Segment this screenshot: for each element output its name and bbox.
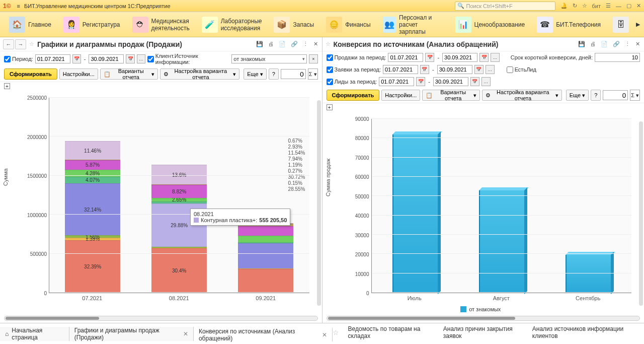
sales-date-to[interactable] [442,53,477,62]
calendar-icon[interactable]: 📅 [416,77,425,86]
req-date-from[interactable] [383,65,418,74]
history-icon[interactable]: ↻ [573,3,577,9]
requests-period-checkbox[interactable]: Заявки за период: [327,66,381,73]
generate-button[interactable]: Сформировать [4,68,57,80]
link-icon[interactable]: 🔗 [290,40,299,48]
nav-home[interactable]: 🏠Главное [4,15,56,35]
horizontal-scrollbar[interactable] [4,316,318,321]
help-button[interactable]: ? [269,68,279,80]
sum-input[interactable] [603,90,628,100]
period-checkbox[interactable]: Период: [4,56,33,62]
main-toolbar: 🏠Главное 👩‍⚕️Регистратура ⛑Медицинская д… [0,12,644,37]
bottom-link[interactable]: Анализ причин закрытия заявок [443,325,523,339]
shortconv-input[interactable] [595,53,640,62]
date-from-input[interactable] [35,54,70,63]
bottom-link[interactable]: Ведомость по товарам на складах [348,325,434,339]
toolbar-scroll-right-icon[interactable]: ▶ [636,21,640,28]
nav-personnel[interactable]: 👥Персонал и расчет зарплаты [378,12,448,37]
close-icon[interactable]: ✕ [636,3,641,9]
favorite-star-icon[interactable]: ☆ [326,41,331,47]
settings-button[interactable]: Настройки... [59,68,98,80]
period-picker-button[interactable]: … [481,77,491,86]
nav-back-button[interactable]: ← [3,39,14,49]
tab-conversion[interactable]: Конверсия по источникам (Анализ обращени… [194,327,333,341]
print-icon[interactable]: 🖨 [589,40,597,48]
report-variants-button[interactable]: 📋 Варианты отчета ▾ [100,68,158,80]
nav-stock[interactable]: 📦Запасы [269,15,319,35]
settings-button[interactable]: Настройки... [381,90,420,101]
period-picker-button[interactable]: … [486,65,495,74]
link-icon[interactable]: 🔗 [612,40,621,48]
nav-registration[interactable]: 👩‍⚕️Регистратура [58,15,125,35]
generate-button[interactable]: Сформировать [327,90,380,101]
calendar-icon[interactable]: 📅 [420,65,429,74]
calendar-icon[interactable]: 📅 [474,65,484,74]
client-source-clear-button[interactable]: × [309,54,317,63]
sum-input[interactable] [281,69,306,79]
nav-pricing[interactable]: 📊Ценообразование [450,15,530,35]
date-to-input[interactable] [89,54,124,63]
star-icon[interactable]: ☆ [582,3,587,9]
panel-close-icon[interactable]: ✕ [634,40,641,48]
tab-close-icon[interactable]: ✕ [183,330,188,337]
tab-sales-charts[interactable]: Графики и диаграммы продаж (Продажи)✕ [69,327,194,341]
right-panel-title: Конверсия по источникам (Анализ обращени… [334,40,578,48]
leads-period-checkbox[interactable]: Лиды за период: [327,79,377,85]
help-button[interactable]: ? [591,90,601,101]
vertical-scrollbar[interactable] [317,100,321,306]
expand-tree-button[interactable]: + [4,83,10,89]
period-picker-button[interactable]: … [137,54,145,63]
save-icon[interactable]: 💾 [577,40,586,48]
horizontal-scrollbar[interactable] [327,316,640,321]
tab-home[interactable]: ⌂Начальная страница [0,327,69,341]
more-dots-icon[interactable]: ⋮ [624,40,631,48]
bottom-link[interactable]: Анализ источников информации клиентов [532,325,638,339]
more-dots-icon[interactable]: ⋮ [302,40,309,48]
nav-more[interactable]: 🗄 [608,15,634,35]
variant-settings-button[interactable]: ⚙ Настройка варианта отчета ▾ [160,68,240,80]
chart-tooltip: 08.2021 Контурная пластика+: 555 205,50 [190,209,290,226]
leads-date-from[interactable] [379,77,414,86]
nav-forward-button[interactable]: → [15,39,26,49]
bell-icon[interactable]: 🔔 [560,3,568,9]
expand-tree-button[interactable]: + [327,104,333,110]
panel-close-icon[interactable]: ✕ [312,40,319,48]
favorite-star-icon[interactable]: ☆ [29,41,34,47]
leads-date-to[interactable] [433,77,468,86]
vertical-scrollbar[interactable] [639,121,643,306]
req-date-to[interactable] [437,65,472,74]
calendar-icon[interactable]: 📅 [470,77,479,86]
sales-date-from[interactable] [388,53,423,62]
save-icon[interactable]: 💾 [255,40,264,48]
haslead-checkbox[interactable]: ЕстьЛид [507,66,536,73]
report-variants-button[interactable]: 📋 Варианты отчета ▾ [422,90,480,101]
nav-finance[interactable]: 🪙Финансы [321,15,375,35]
sigma-button[interactable]: Σ ▾ [308,68,318,80]
more-button[interactable]: Еще ▾ [244,68,266,80]
calendar-to-icon[interactable]: 📅 [126,54,134,63]
favorites-star-icon[interactable]: ☆ [333,328,339,336]
maximize-icon[interactable]: ▢ [626,3,631,9]
print-icon[interactable]: 🖨 [267,40,275,48]
calendar-icon[interactable]: 📅 [425,53,434,62]
nav-medical[interactable]: ⛑Медицинская деятельность [127,15,195,35]
app-title: БИТ.Управление медицинским центром 1С:Пр… [24,3,171,9]
sales-period-checkbox[interactable]: Продажи за период: [327,54,386,61]
menu-hamburger-icon[interactable]: ≡ [17,3,20,9]
calendar-icon[interactable]: 📅 [479,53,489,62]
calendar-from-icon[interactable]: 📅 [72,54,81,63]
nav-telephony[interactable]: ☎БИТ.Телефония [532,15,606,35]
export-icon[interactable]: 📄 [600,40,609,48]
period-picker-button[interactable]: … [491,53,500,62]
settings-lines-icon[interactable]: ☰ [606,3,611,9]
export-icon[interactable]: 📄 [278,40,287,48]
tab-close-icon[interactable]: ✕ [322,331,327,338]
sigma-button[interactable]: Σ ▾ [630,90,640,101]
client-source-checkbox[interactable]: Клиент.Источник информации: [147,53,230,65]
global-search-input[interactable]: 🔍 Поиск Ctrl+Shift+F [455,2,555,11]
nav-lab[interactable]: 🧪Лабораторные исследования [197,15,267,35]
client-source-select[interactable]: от знакомых [231,54,307,63]
more-button[interactable]: Еще ▾ [566,90,589,101]
minimize-icon[interactable]: — [616,3,621,9]
variant-settings-button[interactable]: ⚙ Настройка варианта отчета ▾ [482,90,562,101]
